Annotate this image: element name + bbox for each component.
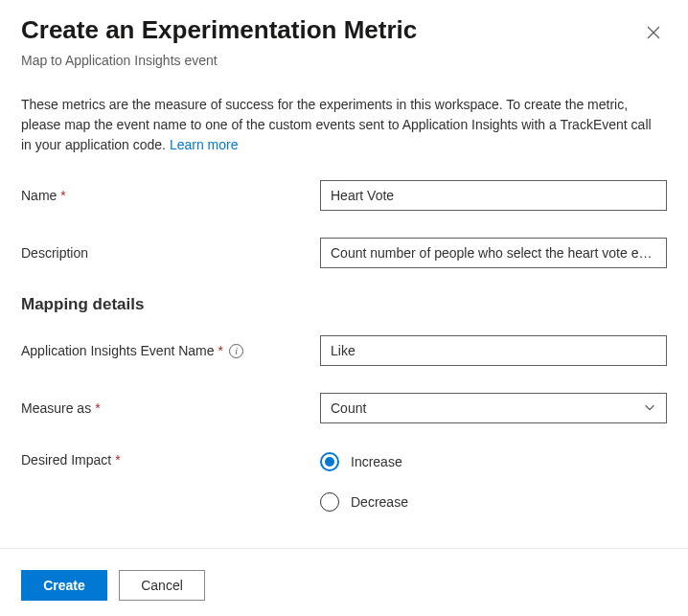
event-name-label: Application Insights Event Name * i — [21, 343, 320, 358]
panel-title: Create an Experimentation Metric — [21, 15, 417, 45]
chevron-down-icon — [643, 400, 656, 417]
intro-text: These metrics are the measure of success… — [21, 95, 665, 155]
radio-circle-icon — [320, 452, 339, 471]
radio-option-decrease[interactable]: Decrease — [320, 492, 667, 512]
desired-impact-label: Desired Impact * — [21, 450, 320, 468]
cancel-button[interactable]: Cancel — [119, 570, 205, 601]
intro-body: These metrics are the measure of success… — [21, 97, 652, 152]
radio-label-increase: Increase — [351, 454, 402, 469]
measure-as-label: Measure as * — [21, 400, 320, 416]
measure-as-select[interactable]: Count — [320, 393, 667, 423]
desired-impact-radiogroup: Increase Decrease — [320, 450, 667, 512]
measure-as-value: Count — [331, 400, 366, 416]
radio-label-decrease: Decrease — [351, 494, 408, 510]
description-label: Description — [21, 245, 320, 261]
description-input[interactable] — [320, 238, 667, 268]
panel-subtitle: Map to Application Insights event — [21, 53, 667, 68]
mapping-details-heading: Mapping details — [21, 295, 667, 314]
radio-circle-icon — [320, 492, 339, 512]
name-label: Name * — [21, 188, 320, 203]
create-button[interactable]: Create — [21, 570, 107, 601]
info-icon[interactable]: i — [229, 344, 243, 358]
footer-divider — [0, 548, 688, 549]
radio-option-increase[interactable]: Increase — [320, 452, 667, 471]
learn-more-link[interactable]: Learn more — [170, 137, 239, 152]
event-name-input[interactable] — [320, 335, 667, 366]
close-button[interactable] — [640, 19, 667, 49]
close-icon — [646, 29, 661, 43]
name-input[interactable] — [320, 180, 667, 211]
